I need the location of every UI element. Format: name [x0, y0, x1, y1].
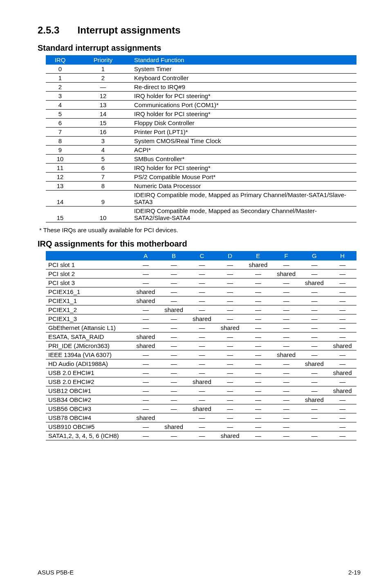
std-cell: IDEIRQ Compatible mode, Mapped as Primar…: [132, 191, 356, 206]
irq-cell: —: [216, 413, 244, 422]
irq-cell: shared: [188, 314, 216, 323]
irq-cell: —: [160, 287, 188, 296]
irq-cell: shared: [132, 296, 160, 305]
irq-cell: —: [216, 395, 244, 404]
irq-cell: —: [160, 341, 188, 350]
std-row: 01System Timer: [46, 65, 356, 74]
irq-cell: —: [132, 305, 160, 314]
irq-cell: —: [188, 341, 216, 350]
std-row: 615Floppy Disk Controller: [46, 119, 356, 128]
irq-row: PCI slot 1————shared———: [46, 260, 356, 269]
irq-cell: shared: [188, 377, 216, 386]
irq-cell: —: [132, 431, 160, 440]
irq-cell: —: [300, 323, 329, 332]
irq-cell: —: [132, 359, 160, 368]
irq-cell: —: [300, 341, 329, 350]
irq-cell: —: [300, 350, 329, 359]
irq-cell: —: [160, 323, 188, 332]
irq-cell: —: [328, 422, 356, 431]
std-cell: IRQ holder for PCI steering*: [132, 164, 356, 173]
std-cell: 4: [74, 146, 132, 155]
irq-cell: —: [300, 305, 329, 314]
irq-row-label: PCIEX1_3: [46, 314, 132, 323]
irq-cell: —: [216, 386, 244, 395]
irq-cell: shared: [216, 323, 244, 332]
irq-cell: —: [188, 296, 216, 305]
std-heading: Standard interrupt assignments: [38, 43, 361, 53]
irq-row: HD Audio (ADI1988A)——————shared—: [46, 359, 356, 368]
irq-cell: —: [132, 386, 160, 395]
footer-right: 2-19: [348, 569, 361, 576]
irq-cell: —: [216, 404, 244, 413]
irq-cell: —: [244, 278, 272, 287]
irq-cell: —: [300, 260, 329, 269]
irq-cell: —: [160, 260, 188, 269]
irq-row: PCI slot 3——————shared—: [46, 278, 356, 287]
std-row: 116IRQ holder for PCI steering*: [46, 164, 356, 173]
std-cell: System CMOS/Real Time Clock: [132, 137, 356, 146]
irq-row: PCIEX1_2—shared——————: [46, 305, 356, 314]
std-row: 312IRQ holder for PCI steering*: [46, 92, 356, 101]
std-note: * These IRQs are usually available for P…: [39, 227, 361, 233]
irq-cell: —: [160, 359, 188, 368]
irq-cell: —: [328, 287, 356, 296]
irq-cell: —: [328, 269, 356, 278]
irq-cell: —: [216, 278, 244, 287]
std-row: 94ACPI*: [46, 146, 356, 155]
irq-cell: [300, 422, 329, 431]
irq-cell: —: [188, 332, 216, 341]
irq-row-label: USB910 OBCI#5: [46, 422, 132, 431]
irq-table: ABCDEFGH PCI slot 1————shared———PCI slot…: [46, 251, 356, 440]
std-cell: 2: [74, 74, 132, 83]
irq-cell: shared: [300, 278, 329, 287]
irq-row-label: PCIEX1_1: [46, 296, 132, 305]
irq-cell: shared: [188, 404, 216, 413]
irq-cell: —: [188, 269, 216, 278]
irq-cell: —: [216, 287, 244, 296]
irq-row: PCIEX1_3——shared—————: [46, 314, 356, 323]
irq-th: B: [160, 251, 188, 260]
irq-cell: —: [216, 305, 244, 314]
irq-cell: —: [188, 368, 216, 377]
irq-cell: —: [132, 422, 160, 431]
irq-cell: —: [328, 395, 356, 404]
std-cell: Communications Port (COM1)*: [132, 101, 356, 110]
irq-cell: —: [328, 350, 356, 359]
irq-cell: —: [272, 413, 300, 422]
irq-cell: shared: [300, 359, 329, 368]
irq-cell: —: [132, 278, 160, 287]
std-cell: IRQ holder for PCI steering*: [132, 110, 356, 119]
std-row: 105SMBus Controller*: [46, 155, 356, 164]
irq-cell: shared: [300, 395, 329, 404]
irq-cell: —: [160, 377, 188, 386]
std-row: 83System CMOS/Real Time Clock: [46, 137, 356, 146]
std-cell: 5: [46, 110, 74, 119]
irq-cell: —: [328, 305, 356, 314]
std-th-priority: Priority: [74, 55, 132, 65]
irq-cell: —: [216, 269, 244, 278]
irq-row-label: USB12 OBCI#1: [46, 386, 132, 395]
irq-cell: —: [216, 314, 244, 323]
irq-cell: —: [216, 260, 244, 269]
irq-cell: —: [328, 323, 356, 332]
irq-row: USB34 OBCI#2——————shared—: [46, 395, 356, 404]
footer-left: ASUS P5B-E: [38, 569, 74, 576]
irq-cell: —: [160, 395, 188, 404]
irq-cell: —: [244, 413, 272, 422]
irq-cell: —: [160, 296, 188, 305]
irq-row: USB 2.0 EHCI#2——shared—————: [46, 377, 356, 386]
std-cell: 12: [46, 173, 74, 182]
std-table: IRQ Priority Standard Function 01System …: [46, 55, 356, 222]
irq-th: G: [300, 251, 329, 260]
irq-cell: —: [244, 314, 272, 323]
irq-cell: —: [244, 305, 272, 314]
irq-cell: —: [132, 269, 160, 278]
irq-cell: shared: [132, 287, 160, 296]
std-row: 149IDEIRQ Compatible mode, Mapped as Pri…: [46, 191, 356, 206]
std-cell: 15: [46, 206, 74, 222]
irq-cell: —: [244, 386, 272, 395]
std-cell: 10: [46, 155, 74, 164]
irq-cell: —: [244, 377, 272, 386]
std-cell: 9: [46, 146, 74, 155]
page-footer: ASUS P5B-E 2-19: [38, 569, 361, 576]
